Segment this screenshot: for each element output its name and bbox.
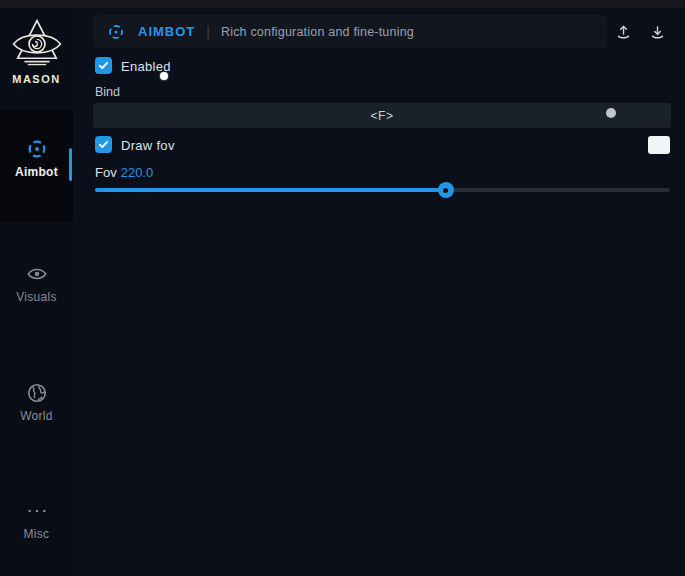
pyramid-eye-icon bbox=[10, 18, 64, 70]
crosshair-icon bbox=[107, 23, 125, 41]
fov-value: 220.0 bbox=[121, 165, 154, 180]
export-config-button[interactable] bbox=[609, 18, 637, 46]
fov-slider[interactable] bbox=[95, 182, 670, 198]
sidebar-item-visuals[interactable]: Visuals bbox=[0, 263, 73, 304]
upload-icon bbox=[615, 24, 632, 41]
logo-text: MASON bbox=[12, 73, 60, 85]
page-subtitle: Rich configuration and fine-tuning bbox=[221, 25, 414, 39]
fov-slider-handle[interactable] bbox=[438, 182, 454, 198]
bind-key-value: <F> bbox=[371, 109, 394, 123]
draw-fov-checkbox[interactable] bbox=[95, 136, 112, 153]
mason-window: MASON Aimbot Visuals Wor bbox=[0, 0, 685, 576]
fov-slider-fill bbox=[95, 188, 446, 192]
download-icon bbox=[649, 24, 666, 41]
fov-color-swatch[interactable] bbox=[648, 136, 670, 154]
bind-key-input[interactable]: <F> bbox=[93, 103, 671, 128]
sidebar-item-label: Visuals bbox=[16, 290, 57, 304]
ellipsis-icon bbox=[26, 500, 48, 522]
fov-label: Fov220.0 bbox=[95, 165, 153, 180]
sidebar-item-aimbot[interactable]: Aimbot bbox=[0, 138, 73, 179]
crosshair-icon bbox=[26, 138, 48, 160]
mason-logo: MASON bbox=[0, 18, 73, 85]
sidebar-item-misc[interactable]: Misc bbox=[0, 500, 73, 541]
bind-clear-dot[interactable] bbox=[606, 108, 616, 118]
sidebar-item-label: Misc bbox=[24, 527, 50, 541]
globe-icon bbox=[26, 382, 48, 404]
bind-label: Bind bbox=[95, 85, 120, 99]
sidebar-item-label: Aimbot bbox=[15, 165, 58, 179]
page-header: AIMBOT | Rich configuration and fine-tun… bbox=[93, 15, 607, 48]
sidebar: MASON Aimbot Visuals Wor bbox=[0, 8, 73, 576]
enabled-checkbox[interactable] bbox=[95, 57, 112, 74]
sidebar-item-world[interactable]: World bbox=[0, 382, 73, 423]
content-panel: AIMBOT | Rich configuration and fine-tun… bbox=[73, 8, 685, 576]
draw-fov-label: Draw fov bbox=[121, 138, 175, 153]
import-config-button[interactable] bbox=[643, 18, 671, 46]
window-top-strip bbox=[0, 0, 685, 8]
header-divider: | bbox=[206, 24, 210, 40]
fov-label-text: Fov bbox=[95, 165, 117, 180]
check-icon bbox=[98, 60, 109, 71]
check-icon bbox=[98, 139, 109, 150]
eye-icon bbox=[26, 263, 48, 285]
page-title: AIMBOT bbox=[138, 24, 195, 39]
sidebar-item-label: World bbox=[20, 409, 53, 423]
mouse-cursor-dot bbox=[160, 72, 168, 80]
